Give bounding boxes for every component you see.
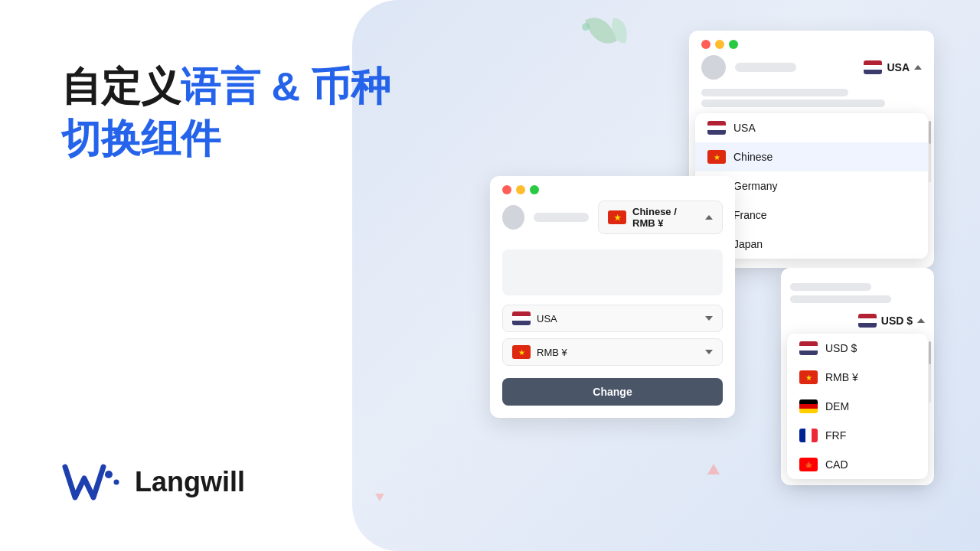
content-bar-3 (790, 283, 871, 291)
main-title: 自定义语言 & 币种 切换组件 (61, 61, 390, 165)
title-line2: 切换组件 (61, 113, 390, 165)
deco-triangle-2 (375, 494, 384, 501)
lang-select-arrow (705, 316, 713, 321)
name-placeholder-1 (735, 63, 796, 72)
currency-select-row[interactable]: RMB ¥ (502, 338, 723, 366)
scrollbar-3[interactable] (929, 341, 931, 403)
content-bar-4 (790, 295, 891, 303)
window-traffic-lights-1 (689, 31, 934, 55)
content-bar-1 (701, 89, 848, 96)
flag-us-1 (864, 60, 882, 74)
flag-ca-1 (799, 458, 818, 471)
currency-select-arrow (705, 350, 713, 354)
currency-label-frf: FRF (825, 429, 846, 442)
dropdown-arrow-up-1 (914, 65, 922, 70)
window1-header: USA (689, 55, 934, 86)
currency-item-rmb[interactable]: RMB ¥ (787, 363, 928, 392)
window-traffic-lights-3 (781, 268, 934, 283)
currency-item-usd[interactable]: USD $ (787, 334, 928, 363)
lang-item-chinese[interactable]: Chinese (695, 142, 928, 171)
change-button[interactable]: Change (502, 378, 723, 406)
flag-cn-2 (799, 370, 818, 384)
traffic-light-yellow-2[interactable] (516, 185, 525, 194)
currency-dropdown-menu: USD $ RMB ¥ DEM FRF CAD (787, 334, 928, 479)
hero-section: 自定义语言 & 币种 切换组件 (61, 61, 390, 165)
deco-triangle-1 (707, 464, 720, 474)
current-display-label: Chinese / RMB ¥ (632, 206, 699, 229)
window-traffic-lights-2 (490, 176, 735, 201)
scrollbar-thumb-1 (929, 121, 931, 144)
traffic-light-red-1[interactable] (701, 40, 710, 49)
title-line1-plain: 自定义 (61, 64, 181, 109)
currency-item-dem[interactable]: DEM (787, 392, 928, 421)
dropdown-arrow-up-3 (917, 318, 925, 323)
content-bar-2 (701, 99, 885, 107)
dropdown-container-3: USD $ RMB ¥ DEM FRF CAD (781, 334, 934, 479)
flag-us-select (512, 311, 531, 325)
language-selector-1[interactable]: USA (864, 60, 922, 74)
logo-section: Langwill (61, 459, 245, 505)
traffic-light-green-2[interactable] (530, 185, 539, 194)
flag-us-4 (799, 341, 818, 355)
currency-label-rmb: RMB ¥ (825, 371, 858, 383)
title-line1-highlight: 语言 & 币种 (181, 64, 390, 109)
flag-cn-1 (707, 150, 726, 164)
lang-select-value: USA (537, 313, 557, 324)
currency-label-cad: CAD (825, 458, 848, 471)
lang-label-france: France (733, 209, 767, 221)
traffic-light-red-2[interactable] (502, 185, 511, 194)
flag-cn-badge (608, 210, 626, 224)
window-currency-dropdown: USD $ USD $ RMB ¥ DEM FRF CAD (781, 268, 934, 485)
content-block-2 (502, 249, 723, 295)
avatar-1 (701, 55, 726, 80)
flag-us-3 (858, 314, 877, 328)
window2-header: Chinese / RMB ¥ (490, 201, 735, 243)
lang-label-japan: Japan (733, 238, 763, 250)
flag-de-2 (799, 399, 818, 413)
currency-item-frf[interactable]: FRF (787, 421, 928, 450)
svg-point-1 (114, 480, 119, 485)
scrollbar-thumb-3 (929, 341, 931, 364)
currency-selector-3[interactable]: USD $ (781, 314, 934, 334)
flag-cn-select (512, 345, 531, 359)
traffic-light-green-1[interactable] (729, 40, 738, 49)
current-display-badge[interactable]: Chinese / RMB ¥ (598, 201, 723, 234)
lang-item-usa[interactable]: USA (695, 113, 928, 142)
current-lang-label-1: USA (887, 61, 910, 73)
lang-label-chinese: Chinese (733, 151, 773, 163)
name-placeholder-2 (534, 213, 589, 222)
flag-fr-2 (799, 429, 818, 442)
lang-label-usa: USA (733, 122, 756, 134)
svg-point-0 (105, 471, 113, 478)
dropdown-arrow-up-2 (705, 215, 713, 220)
currency-label-dem: DEM (825, 400, 849, 412)
traffic-light-yellow-1[interactable] (715, 40, 724, 49)
current-currency-label: USD $ (881, 315, 913, 327)
currency-select-value: RMB ¥ (537, 347, 567, 358)
window-lang-currency-change: Chinese / RMB ¥ USA RMB ¥ Change (490, 176, 735, 418)
avatar-2 (502, 205, 524, 230)
language-select-row[interactable]: USA (502, 305, 723, 332)
scrollbar-1[interactable] (929, 121, 931, 182)
logo-brand-name: Langwill (135, 466, 245, 498)
logo-icon (61, 459, 122, 505)
deco-dot (582, 23, 590, 31)
flag-us-2 (707, 121, 726, 135)
lang-label-germany: Germany (733, 180, 778, 192)
currency-label-usd: USD $ (825, 342, 857, 354)
currency-item-cad[interactable]: CAD (787, 450, 928, 479)
